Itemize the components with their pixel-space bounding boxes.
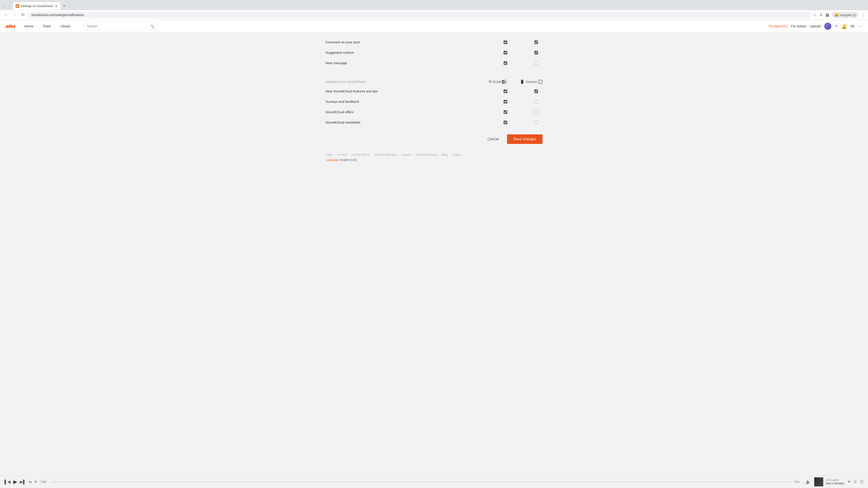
address-input[interactable] bbox=[28, 12, 811, 18]
tab-close-button[interactable]: ✕ bbox=[55, 4, 58, 8]
notification-checkboxes-surveys bbox=[504, 100, 538, 103]
footer-link-imprint[interactable]: Imprint bbox=[402, 153, 411, 156]
notification-label-suggested: Suggested content bbox=[326, 51, 504, 55]
newsletter-devices-checkbox[interactable] bbox=[534, 121, 538, 124]
messages-icon[interactable]: ✉ bbox=[850, 24, 855, 29]
newmessage-devices-checkbox-wrap bbox=[534, 61, 538, 65]
footer-link-cookie[interactable]: Cookie Policy bbox=[351, 153, 369, 156]
reload-button[interactable]: ↻ bbox=[20, 11, 26, 18]
forward-button[interactable]: → bbox=[11, 12, 18, 18]
chevron-down-icon[interactable]: ▼ bbox=[835, 25, 838, 28]
features-email-checkbox[interactable] bbox=[504, 90, 507, 93]
user-avatar[interactable] bbox=[824, 23, 831, 30]
for-artists-link[interactable]: For Artists bbox=[791, 24, 806, 28]
footer-links: Legal - Privacy - Cookie Policy - Consen… bbox=[326, 153, 542, 156]
updates-section-title: Updates from SoundCloud bbox=[326, 80, 489, 84]
features-devices-checkbox[interactable] bbox=[534, 90, 538, 93]
notification-row-newmessage: New message bbox=[326, 58, 542, 68]
footer-sep-8: - bbox=[463, 153, 463, 156]
devices-icon: 📱 bbox=[520, 79, 524, 84]
try-next-pro-link[interactable]: Try Next Pro bbox=[768, 24, 787, 28]
tab-bar: ‹ › Settings on SoundCloud ✕ + bbox=[0, 0, 868, 10]
more-options-button[interactable]: ⋯ bbox=[858, 24, 863, 29]
offers-email-checkbox-wrap bbox=[504, 110, 507, 114]
sc-logo[interactable] bbox=[5, 24, 16, 29]
svg-rect-5 bbox=[18, 5, 18, 7]
surveys-email-checkbox-wrap bbox=[504, 100, 507, 103]
footer-link-artist-resources[interactable]: Artist Resources bbox=[415, 153, 437, 156]
search-input[interactable] bbox=[84, 22, 156, 30]
email-col-header: ✉ Email bbox=[489, 79, 506, 84]
footer-link-privacy[interactable]: Privacy bbox=[337, 153, 347, 156]
surveys-email-checkbox[interactable] bbox=[504, 100, 507, 103]
notification-row-offers: SoundCloud offers bbox=[326, 107, 542, 117]
suggested-email-checkbox-wrap bbox=[504, 51, 507, 55]
extensions-icon[interactable]: ▦ bbox=[826, 12, 829, 18]
language-label[interactable]: Language: bbox=[326, 158, 339, 162]
offers-devices-checkbox[interactable] bbox=[534, 110, 538, 114]
more-options-icon[interactable]: ⋮ bbox=[861, 12, 865, 18]
suggested-devices-checkbox[interactable] bbox=[534, 51, 538, 55]
notifications-icon[interactable]: 🔔 bbox=[841, 24, 847, 29]
bookmark-icon[interactable]: ☆ bbox=[813, 12, 817, 18]
devices-col-header-checkbox[interactable] bbox=[538, 80, 542, 84]
surveys-devices-checkbox[interactable] bbox=[534, 100, 538, 103]
main-nav: Home Feed Library bbox=[20, 22, 75, 30]
incognito-badge[interactable]: 😿 Incognito (2) bbox=[832, 12, 858, 18]
newmessage-email-checkbox-wrap bbox=[504, 61, 507, 65]
svg-rect-13 bbox=[11, 24, 11, 28]
download-icon[interactable]: ⇓ bbox=[819, 12, 823, 18]
svg-rect-2 bbox=[17, 5, 17, 7]
notification-row-features: New SoundCloud features and tips bbox=[326, 86, 542, 96]
suggested-email-checkbox[interactable] bbox=[504, 51, 507, 55]
comment-devices-checkbox[interactable] bbox=[534, 40, 538, 44]
upload-link[interactable]: Upload bbox=[810, 24, 821, 28]
footer-link-consent[interactable]: Consent Manager bbox=[374, 153, 397, 156]
devices-col-header: 📱 Devices bbox=[520, 79, 542, 84]
svg-rect-4 bbox=[18, 5, 18, 7]
nav-home[interactable]: Home bbox=[20, 22, 38, 30]
sc-header: Home Feed Library 🔍 Try Next Pro For Art… bbox=[0, 20, 868, 33]
notification-row-comment: Comment on your post bbox=[326, 37, 542, 47]
comment-email-checkbox[interactable] bbox=[504, 40, 507, 44]
address-bar: ← → ↻ ☆ ⇓ ▦ 😿 Incognito (2) ⋮ bbox=[0, 10, 868, 20]
email-icon: ✉ bbox=[489, 79, 492, 84]
newsletter-devices-checkbox-wrap bbox=[534, 121, 538, 124]
cancel-button[interactable]: Cancel bbox=[484, 135, 502, 143]
language-value: English (US) bbox=[340, 158, 357, 162]
comment-devices-checkbox-wrap bbox=[534, 40, 538, 44]
footer-link-blog[interactable]: Blog bbox=[442, 153, 447, 156]
search-icon: 🔍 bbox=[150, 24, 154, 28]
email-master-checkbox[interactable] bbox=[502, 80, 505, 84]
features-email-checkbox-wrap bbox=[504, 90, 507, 93]
surveys-devices-checkbox-wrap bbox=[534, 100, 538, 103]
new-tab-button[interactable]: + bbox=[61, 2, 67, 10]
nav-feed[interactable]: Feed bbox=[38, 22, 55, 30]
newmessage-devices-checkbox[interactable] bbox=[534, 61, 538, 65]
tab-arrow-left[interactable]: ‹ bbox=[2, 3, 6, 9]
notification-label-offers: SoundCloud offers bbox=[326, 110, 504, 114]
save-changes-button[interactable]: Save changes bbox=[507, 134, 542, 144]
offers-email-checkbox[interactable] bbox=[504, 110, 507, 114]
back-button[interactable]: ← bbox=[3, 12, 9, 18]
newmessage-email-checkbox[interactable] bbox=[504, 61, 507, 65]
email-col-header-checkbox[interactable] bbox=[502, 80, 506, 84]
footer-link-charts[interactable]: Charts bbox=[452, 153, 461, 156]
newsletter-email-checkbox[interactable] bbox=[504, 121, 507, 124]
notification-row-newsletter: SoundCloud newsletter bbox=[326, 117, 542, 128]
suggested-devices-checkbox-wrap bbox=[534, 51, 538, 55]
newsletter-email-checkbox-wrap bbox=[504, 121, 507, 124]
svg-rect-16 bbox=[13, 25, 14, 28]
svg-rect-10 bbox=[8, 26, 9, 28]
tab-arrow-right[interactable]: › bbox=[7, 3, 12, 9]
updates-col-headers: ✉ Email 📱 Devices bbox=[489, 79, 542, 84]
svg-rect-0 bbox=[16, 6, 17, 7]
nav-library[interactable]: Library bbox=[56, 22, 75, 30]
active-tab[interactable]: Settings on SoundCloud ✕ bbox=[13, 2, 60, 10]
devices-master-checkbox[interactable] bbox=[539, 80, 542, 84]
svg-rect-14 bbox=[12, 25, 12, 28]
notification-label-features: New SoundCloud features and tips bbox=[326, 89, 504, 93]
footer-link-legal[interactable]: Legal bbox=[326, 153, 333, 156]
offers-devices-checkbox-wrap bbox=[534, 110, 538, 114]
notification-checkboxes-suggested bbox=[504, 51, 538, 55]
